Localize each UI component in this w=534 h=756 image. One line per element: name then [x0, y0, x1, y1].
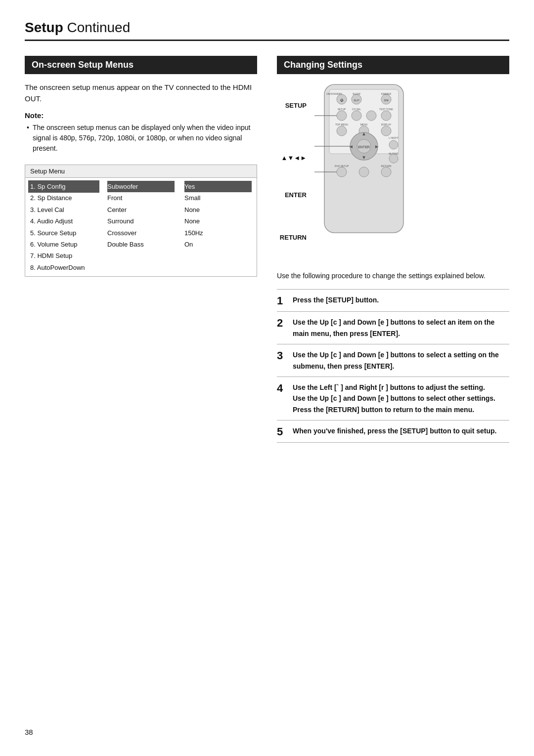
list-item: Surround — [107, 215, 175, 227]
step: 1Press the [SETUP] button. — [277, 290, 509, 312]
svg-text:►: ► — [374, 144, 379, 149]
nav-label: ▲▼◄► — [277, 154, 307, 162]
list-item: 1. Sp Config — [28, 180, 99, 193]
header-setup: Setup — [25, 20, 63, 35]
remote-image: ⏻ SLP DIM ON/STANDBY SLEEP DIMMER SETUP … — [314, 82, 509, 242]
list-item: 3. Level Cal — [30, 204, 97, 215]
step-number: 5 — [277, 426, 288, 437]
setup-menu-box: Setup Menu 1. Sp Config2. Sp Distance3. … — [25, 165, 257, 277]
svg-point-38 — [359, 167, 369, 177]
list-item: Yes — [184, 181, 252, 192]
menu-items-col: 1. Sp Config2. Sp Distance3. Level Cal4.… — [25, 181, 102, 273]
step: 4Use the Left [` ] and Right [r ] button… — [277, 377, 509, 420]
svg-text:▼: ▼ — [361, 155, 366, 160]
intro-text: The onscreen setup menus appear on the T… — [25, 82, 257, 104]
list-item: 2. Sp Distance — [30, 192, 97, 204]
svg-text:⏻: ⏻ — [340, 98, 344, 102]
left-section-title: On-screen Setup Menus — [25, 56, 257, 74]
svg-point-37 — [337, 167, 347, 177]
svg-point-15 — [352, 111, 361, 121]
svg-text:DISPLAY: DISPLAY — [381, 123, 392, 126]
svg-text:SETUP: SETUP — [338, 108, 346, 111]
left-column: On-screen Setup Menus The onscreen setup… — [25, 56, 257, 277]
svg-text:TEST TONE: TEST TONE — [379, 108, 393, 111]
step: 3Use the Up [c ] and Down [e ] buttons t… — [277, 344, 509, 377]
svg-point-39 — [381, 167, 391, 177]
step: 2Use the Up [c ] and Down [e ] buttons t… — [277, 312, 509, 344]
step-number: 1 — [277, 295, 288, 306]
list-item: 150Hz — [184, 227, 252, 239]
svg-text:L NIGHT: L NIGHT — [389, 136, 399, 139]
header-continued: Continued — [67, 20, 131, 35]
list-item: 7. HDMI Setup — [30, 250, 97, 261]
svg-text:SLP: SLP — [354, 99, 359, 102]
right-column: Changing Settings SETUP ▲▼◄► ENTER RETUR… — [277, 56, 509, 443]
svg-point-14 — [337, 111, 347, 121]
setup-label: SETUP — [277, 102, 307, 110]
steps-container: 1Press the [SETUP] button.2Use the Up [c… — [277, 289, 509, 443]
step-content: Use the Up [c ] and Down [e ] buttons to… — [293, 349, 509, 372]
list-item: On — [184, 239, 252, 250]
setup-menu-title: Setup Menu — [25, 165, 257, 178]
list-item: Double Bass — [107, 239, 175, 250]
svg-text:ON/STANDBY: ON/STANDBY — [326, 92, 343, 95]
svg-text:SLEEP: SLEEP — [353, 92, 361, 95]
list-item: Front — [107, 192, 175, 204]
svg-text:CH SEL: CH SEL — [352, 108, 361, 111]
list-item: 4. Audio Adjust — [30, 215, 97, 227]
setup-menu-table: 1. Sp Config2. Sp Distance3. Level Cal4.… — [25, 178, 257, 276]
step-content: When you've finished, press the [SETUP] … — [293, 425, 496, 436]
menu-sub-col2: YesSmallNoneNone150HzOn — [179, 181, 257, 273]
svg-text:▲: ▲ — [361, 131, 366, 136]
svg-text:DIM: DIM — [384, 99, 388, 102]
step-content: Use the Left [` ] and Right [r ] buttons… — [293, 382, 495, 415]
page-header: Setup Continued — [25, 20, 509, 41]
svg-point-21 — [337, 126, 347, 136]
return-label: RETURN — [277, 234, 307, 242]
list-item: Small — [184, 192, 252, 204]
svg-text:DIMMER: DIMMER — [381, 92, 392, 95]
remote-labels: SETUP ▲▼◄► ENTER RETURN — [277, 82, 307, 261]
step-number: 2 — [277, 318, 288, 329]
svg-point-23 — [381, 126, 391, 136]
svg-point-16 — [366, 111, 376, 121]
svg-text:ENTER: ENTER — [358, 145, 370, 149]
content-area: On-screen Setup Menus The onscreen setup… — [25, 56, 509, 443]
svg-text:TOP MENU: TOP MENU — [335, 123, 349, 126]
right-section-title: Changing Settings — [277, 56, 509, 74]
remote-area: SETUP ▲▼◄► ENTER RETURN ⏻ — [277, 82, 509, 261]
list-item: Crossover — [107, 227, 175, 239]
list-item: None — [184, 204, 252, 215]
step-number: 4 — [277, 383, 288, 394]
menu-sub-col1: SubwooferFrontCenterSurroundCrossoverDou… — [102, 181, 179, 273]
note-label: Note: — [25, 111, 257, 120]
list-item: None — [184, 215, 252, 227]
svg-point-34 — [389, 154, 398, 163]
list-item: Subwoofer — [107, 181, 175, 192]
svg-point-17 — [381, 111, 391, 121]
note-text: The onscreen setup menus can be displaye… — [25, 123, 257, 154]
svg-text:MENU: MENU — [360, 123, 368, 126]
list-item: 5. Source Setup — [30, 227, 97, 239]
list-item: 8. AutoPowerDown — [30, 262, 97, 273]
svg-point-32 — [389, 140, 398, 149]
step-content: Press the [SETUP] button. — [293, 294, 379, 305]
step-number: 3 — [277, 350, 288, 361]
enter-label: ENTER — [277, 191, 307, 199]
list-item: 6. Volume Setup — [30, 239, 97, 250]
page-number: 38 — [25, 728, 33, 736]
step: 5When you've finished, press the [SETUP]… — [277, 420, 509, 443]
step-content: Use the Up [c ] and Down [e ] buttons to… — [293, 317, 509, 339]
list-item: Center — [107, 204, 175, 215]
follow-text: Use the following procedure to change th… — [277, 271, 509, 281]
